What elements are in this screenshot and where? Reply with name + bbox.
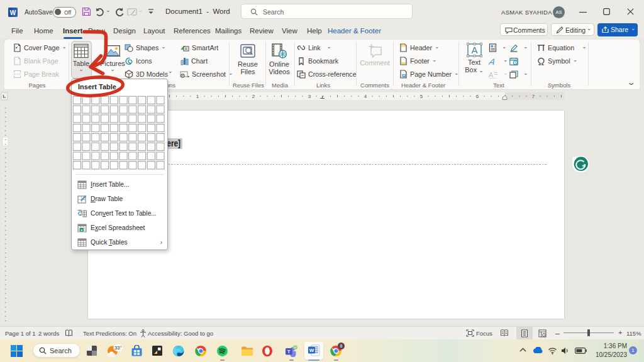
svg-text:4: 4 (364, 94, 367, 99)
svg-text:33°: 33° (114, 345, 122, 351)
svg-text:2: 2 (252, 94, 255, 99)
svg-text:1: 1 (196, 94, 199, 99)
svg-text:A: A (471, 45, 477, 55)
svg-text:A: A (489, 71, 494, 79)
svg-text:7: 7 (532, 94, 535, 99)
svg-text:3: 3 (308, 94, 311, 99)
svg-text:6: 6 (476, 94, 479, 99)
svg-text:T: T (287, 349, 291, 354)
svg-text:W: W (10, 9, 16, 16)
svg-text:W: W (309, 348, 314, 353)
svg-text:5: 5 (420, 94, 423, 99)
svg-text:A: A (489, 57, 497, 65)
